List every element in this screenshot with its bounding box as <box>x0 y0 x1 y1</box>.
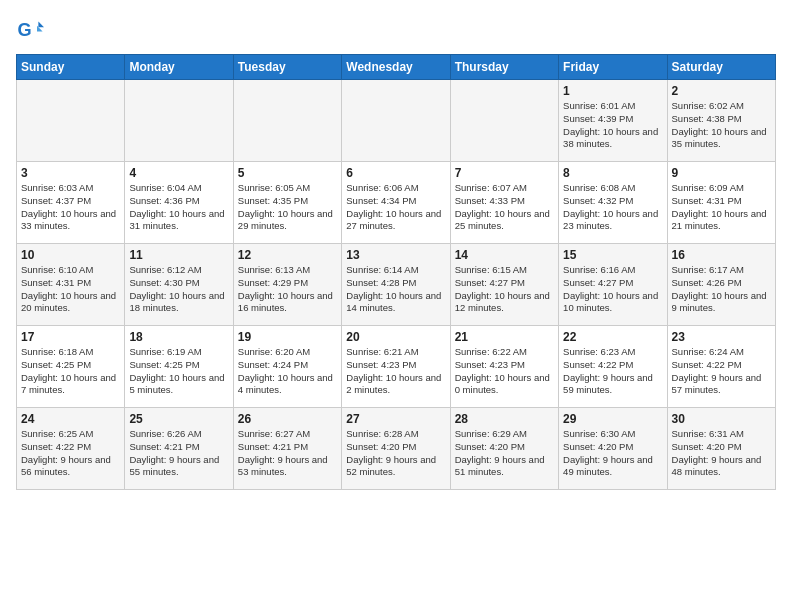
day-number: 17 <box>21 330 120 344</box>
day-info: Sunrise: 6:12 AM Sunset: 4:30 PM Dayligh… <box>129 264 228 315</box>
day-cell: 13Sunrise: 6:14 AM Sunset: 4:28 PM Dayli… <box>342 244 450 326</box>
day-info: Sunrise: 6:19 AM Sunset: 4:25 PM Dayligh… <box>129 346 228 397</box>
day-number: 8 <box>563 166 662 180</box>
day-number: 24 <box>21 412 120 426</box>
day-info: Sunrise: 6:25 AM Sunset: 4:22 PM Dayligh… <box>21 428 120 479</box>
page: G SundayMondayTuesdayWednesdayThursdayFr… <box>0 0 792 498</box>
day-info: Sunrise: 6:20 AM Sunset: 4:24 PM Dayligh… <box>238 346 337 397</box>
day-number: 2 <box>672 84 771 98</box>
day-info: Sunrise: 6:14 AM Sunset: 4:28 PM Dayligh… <box>346 264 445 315</box>
day-info: Sunrise: 6:22 AM Sunset: 4:23 PM Dayligh… <box>455 346 554 397</box>
week-row-1: 3Sunrise: 6:03 AM Sunset: 4:37 PM Daylig… <box>17 162 776 244</box>
day-info: Sunrise: 6:26 AM Sunset: 4:21 PM Dayligh… <box>129 428 228 479</box>
day-number: 20 <box>346 330 445 344</box>
day-cell: 6Sunrise: 6:06 AM Sunset: 4:34 PM Daylig… <box>342 162 450 244</box>
week-row-4: 24Sunrise: 6:25 AM Sunset: 4:22 PM Dayli… <box>17 408 776 490</box>
day-cell: 20Sunrise: 6:21 AM Sunset: 4:23 PM Dayli… <box>342 326 450 408</box>
day-cell: 16Sunrise: 6:17 AM Sunset: 4:26 PM Dayli… <box>667 244 775 326</box>
day-info: Sunrise: 6:28 AM Sunset: 4:20 PM Dayligh… <box>346 428 445 479</box>
day-number: 11 <box>129 248 228 262</box>
header: G <box>16 16 776 44</box>
svg-text:G: G <box>17 20 31 40</box>
day-cell: 2Sunrise: 6:02 AM Sunset: 4:38 PM Daylig… <box>667 80 775 162</box>
day-number: 15 <box>563 248 662 262</box>
day-cell: 28Sunrise: 6:29 AM Sunset: 4:20 PM Dayli… <box>450 408 558 490</box>
day-info: Sunrise: 6:04 AM Sunset: 4:36 PM Dayligh… <box>129 182 228 233</box>
day-info: Sunrise: 6:27 AM Sunset: 4:21 PM Dayligh… <box>238 428 337 479</box>
day-info: Sunrise: 6:17 AM Sunset: 4:26 PM Dayligh… <box>672 264 771 315</box>
day-info: Sunrise: 6:07 AM Sunset: 4:33 PM Dayligh… <box>455 182 554 233</box>
day-cell <box>450 80 558 162</box>
header-sunday: Sunday <box>17 55 125 80</box>
day-cell: 15Sunrise: 6:16 AM Sunset: 4:27 PM Dayli… <box>559 244 667 326</box>
header-row: SundayMondayTuesdayWednesdayThursdayFrid… <box>17 55 776 80</box>
day-cell: 22Sunrise: 6:23 AM Sunset: 4:22 PM Dayli… <box>559 326 667 408</box>
day-cell: 7Sunrise: 6:07 AM Sunset: 4:33 PM Daylig… <box>450 162 558 244</box>
day-cell: 30Sunrise: 6:31 AM Sunset: 4:20 PM Dayli… <box>667 408 775 490</box>
day-number: 5 <box>238 166 337 180</box>
day-cell: 17Sunrise: 6:18 AM Sunset: 4:25 PM Dayli… <box>17 326 125 408</box>
day-number: 7 <box>455 166 554 180</box>
day-cell: 8Sunrise: 6:08 AM Sunset: 4:32 PM Daylig… <box>559 162 667 244</box>
header-thursday: Thursday <box>450 55 558 80</box>
calendar-table: SundayMondayTuesdayWednesdayThursdayFrid… <box>16 54 776 490</box>
svg-marker-1 <box>38 22 44 28</box>
day-cell: 1Sunrise: 6:01 AM Sunset: 4:39 PM Daylig… <box>559 80 667 162</box>
day-cell: 11Sunrise: 6:12 AM Sunset: 4:30 PM Dayli… <box>125 244 233 326</box>
day-cell <box>342 80 450 162</box>
header-tuesday: Tuesday <box>233 55 341 80</box>
day-info: Sunrise: 6:10 AM Sunset: 4:31 PM Dayligh… <box>21 264 120 315</box>
day-cell: 14Sunrise: 6:15 AM Sunset: 4:27 PM Dayli… <box>450 244 558 326</box>
day-info: Sunrise: 6:23 AM Sunset: 4:22 PM Dayligh… <box>563 346 662 397</box>
day-number: 22 <box>563 330 662 344</box>
day-number: 27 <box>346 412 445 426</box>
day-number: 25 <box>129 412 228 426</box>
day-info: Sunrise: 6:31 AM Sunset: 4:20 PM Dayligh… <box>672 428 771 479</box>
day-cell: 24Sunrise: 6:25 AM Sunset: 4:22 PM Dayli… <box>17 408 125 490</box>
day-number: 30 <box>672 412 771 426</box>
day-cell: 21Sunrise: 6:22 AM Sunset: 4:23 PM Dayli… <box>450 326 558 408</box>
day-number: 14 <box>455 248 554 262</box>
header-friday: Friday <box>559 55 667 80</box>
day-cell: 5Sunrise: 6:05 AM Sunset: 4:35 PM Daylig… <box>233 162 341 244</box>
day-info: Sunrise: 6:02 AM Sunset: 4:38 PM Dayligh… <box>672 100 771 151</box>
day-number: 18 <box>129 330 228 344</box>
week-row-3: 17Sunrise: 6:18 AM Sunset: 4:25 PM Dayli… <box>17 326 776 408</box>
day-cell <box>17 80 125 162</box>
day-info: Sunrise: 6:03 AM Sunset: 4:37 PM Dayligh… <box>21 182 120 233</box>
day-number: 4 <box>129 166 228 180</box>
day-info: Sunrise: 6:21 AM Sunset: 4:23 PM Dayligh… <box>346 346 445 397</box>
day-cell: 4Sunrise: 6:04 AM Sunset: 4:36 PM Daylig… <box>125 162 233 244</box>
day-info: Sunrise: 6:30 AM Sunset: 4:20 PM Dayligh… <box>563 428 662 479</box>
day-cell: 29Sunrise: 6:30 AM Sunset: 4:20 PM Dayli… <box>559 408 667 490</box>
day-number: 26 <box>238 412 337 426</box>
day-cell: 12Sunrise: 6:13 AM Sunset: 4:29 PM Dayli… <box>233 244 341 326</box>
day-number: 21 <box>455 330 554 344</box>
logo-icon: G <box>16 16 44 44</box>
day-cell: 3Sunrise: 6:03 AM Sunset: 4:37 PM Daylig… <box>17 162 125 244</box>
day-info: Sunrise: 6:13 AM Sunset: 4:29 PM Dayligh… <box>238 264 337 315</box>
day-number: 10 <box>21 248 120 262</box>
week-row-2: 10Sunrise: 6:10 AM Sunset: 4:31 PM Dayli… <box>17 244 776 326</box>
day-number: 29 <box>563 412 662 426</box>
day-number: 9 <box>672 166 771 180</box>
day-cell: 25Sunrise: 6:26 AM Sunset: 4:21 PM Dayli… <box>125 408 233 490</box>
day-info: Sunrise: 6:15 AM Sunset: 4:27 PM Dayligh… <box>455 264 554 315</box>
header-saturday: Saturday <box>667 55 775 80</box>
day-cell: 27Sunrise: 6:28 AM Sunset: 4:20 PM Dayli… <box>342 408 450 490</box>
day-cell: 19Sunrise: 6:20 AM Sunset: 4:24 PM Dayli… <box>233 326 341 408</box>
logo: G <box>16 16 48 44</box>
week-row-0: 1Sunrise: 6:01 AM Sunset: 4:39 PM Daylig… <box>17 80 776 162</box>
day-number: 6 <box>346 166 445 180</box>
day-info: Sunrise: 6:06 AM Sunset: 4:34 PM Dayligh… <box>346 182 445 233</box>
day-info: Sunrise: 6:18 AM Sunset: 4:25 PM Dayligh… <box>21 346 120 397</box>
day-info: Sunrise: 6:09 AM Sunset: 4:31 PM Dayligh… <box>672 182 771 233</box>
day-number: 12 <box>238 248 337 262</box>
day-cell: 9Sunrise: 6:09 AM Sunset: 4:31 PM Daylig… <box>667 162 775 244</box>
day-number: 1 <box>563 84 662 98</box>
day-info: Sunrise: 6:05 AM Sunset: 4:35 PM Dayligh… <box>238 182 337 233</box>
day-info: Sunrise: 6:16 AM Sunset: 4:27 PM Dayligh… <box>563 264 662 315</box>
day-info: Sunrise: 6:24 AM Sunset: 4:22 PM Dayligh… <box>672 346 771 397</box>
day-cell <box>125 80 233 162</box>
day-number: 23 <box>672 330 771 344</box>
